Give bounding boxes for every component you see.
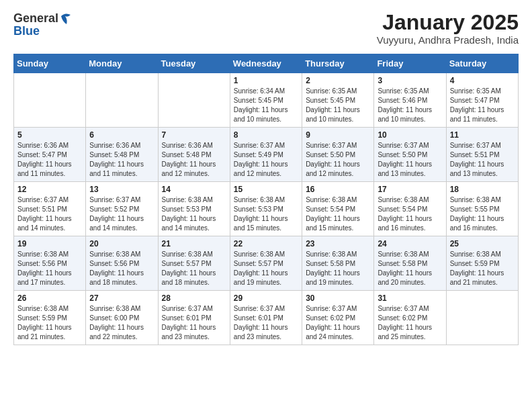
title-block: January 2025 Vuyyuru, Andhra Pradesh, In… xyxy=(377,11,519,46)
logo-general-text: General xyxy=(13,11,58,26)
day-info: Sunrise: 6:38 AM Sunset: 5:59 PM Dayligh… xyxy=(450,250,515,287)
day-info: Sunrise: 6:38 AM Sunset: 5:56 PM Dayligh… xyxy=(89,250,154,287)
day-number: 4 xyxy=(450,76,515,85)
day-number: 29 xyxy=(234,293,298,303)
calendar-cell: 18Sunrise: 6:38 AM Sunset: 5:55 PM Dayli… xyxy=(446,182,518,236)
calendar-cell: 22Sunrise: 6:38 AM Sunset: 5:57 PM Dayli… xyxy=(230,236,302,291)
day-number: 12 xyxy=(17,185,82,194)
calendar-cell: 17Sunrise: 6:38 AM Sunset: 5:54 PM Dayli… xyxy=(374,182,446,236)
day-number: 30 xyxy=(306,293,370,303)
calendar-cell: 28Sunrise: 6:37 AM Sunset: 6:01 PM Dayli… xyxy=(158,291,230,345)
calendar-cell: 30Sunrise: 6:37 AM Sunset: 6:02 PM Dayli… xyxy=(302,291,374,345)
day-info: Sunrise: 6:37 AM Sunset: 5:52 PM Dayligh… xyxy=(89,195,154,233)
col-saturday: Saturday xyxy=(446,54,518,73)
day-number: 19 xyxy=(17,239,82,248)
day-number: 3 xyxy=(378,76,442,85)
day-info: Sunrise: 6:37 AM Sunset: 5:50 PM Dayligh… xyxy=(378,141,442,179)
day-info: Sunrise: 6:37 AM Sunset: 6:02 PM Dayligh… xyxy=(306,304,370,342)
calendar-cell: 31Sunrise: 6:37 AM Sunset: 6:02 PM Dayli… xyxy=(374,291,446,345)
day-number: 5 xyxy=(17,130,82,140)
calendar-cell: 21Sunrise: 6:38 AM Sunset: 5:57 PM Dayli… xyxy=(158,236,230,291)
day-number: 1 xyxy=(234,76,298,85)
day-info: Sunrise: 6:38 AM Sunset: 5:53 PM Dayligh… xyxy=(234,195,298,233)
col-wednesday: Wednesday xyxy=(230,54,302,73)
day-info: Sunrise: 6:37 AM Sunset: 6:02 PM Dayligh… xyxy=(378,304,442,342)
day-info: Sunrise: 6:34 AM Sunset: 5:45 PM Dayligh… xyxy=(234,87,298,124)
calendar-cell xyxy=(158,73,230,128)
col-tuesday: Tuesday xyxy=(158,54,230,73)
day-info: Sunrise: 6:36 AM Sunset: 5:48 PM Dayligh… xyxy=(162,141,226,179)
day-number: 15 xyxy=(234,185,298,194)
calendar-cell: 26Sunrise: 6:38 AM Sunset: 5:59 PM Dayli… xyxy=(14,291,86,345)
day-number: 21 xyxy=(162,239,226,248)
page: General Blue January 2025 Vuyyuru, Andhr… xyxy=(0,0,532,411)
calendar-cell xyxy=(86,73,158,128)
col-sunday: Sunday xyxy=(14,54,86,73)
day-number: 25 xyxy=(450,239,515,248)
day-info: Sunrise: 6:37 AM Sunset: 6:01 PM Dayligh… xyxy=(162,304,226,342)
calendar-cell: 14Sunrise: 6:38 AM Sunset: 5:53 PM Dayli… xyxy=(158,182,230,236)
day-info: Sunrise: 6:38 AM Sunset: 5:56 PM Dayligh… xyxy=(17,250,82,287)
calendar-cell xyxy=(446,291,518,345)
calendar-cell: 13Sunrise: 6:37 AM Sunset: 5:52 PM Dayli… xyxy=(86,182,158,236)
day-info: Sunrise: 6:38 AM Sunset: 5:54 PM Dayligh… xyxy=(378,195,442,233)
day-number: 11 xyxy=(450,130,515,140)
day-number: 23 xyxy=(306,239,370,248)
calendar-cell: 2Sunrise: 6:35 AM Sunset: 5:45 PM Daylig… xyxy=(302,73,374,128)
calendar-cell: 15Sunrise: 6:38 AM Sunset: 5:53 PM Dayli… xyxy=(230,182,302,236)
calendar-cell: 27Sunrise: 6:38 AM Sunset: 6:00 PM Dayli… xyxy=(86,291,158,345)
day-number: 14 xyxy=(162,185,226,194)
day-number: 24 xyxy=(378,239,442,248)
calendar-cell: 11Sunrise: 6:37 AM Sunset: 5:51 PM Dayli… xyxy=(446,128,518,182)
day-info: Sunrise: 6:37 AM Sunset: 5:51 PM Dayligh… xyxy=(17,195,82,233)
day-number: 17 xyxy=(378,185,442,194)
day-info: Sunrise: 6:38 AM Sunset: 5:57 PM Dayligh… xyxy=(162,250,226,287)
day-number: 31 xyxy=(378,293,442,303)
day-number: 22 xyxy=(234,239,298,248)
calendar-cell: 3Sunrise: 6:35 AM Sunset: 5:46 PM Daylig… xyxy=(374,73,446,128)
day-info: Sunrise: 6:38 AM Sunset: 5:54 PM Dayligh… xyxy=(306,195,370,233)
day-number: 13 xyxy=(89,185,154,194)
col-monday: Monday xyxy=(86,54,158,73)
day-number: 26 xyxy=(17,293,82,303)
calendar-week-row: 12Sunrise: 6:37 AM Sunset: 5:51 PM Dayli… xyxy=(14,182,519,236)
day-number: 2 xyxy=(306,76,370,85)
day-number: 9 xyxy=(306,130,370,140)
calendar-cell: 20Sunrise: 6:38 AM Sunset: 5:56 PM Dayli… xyxy=(86,236,158,291)
calendar-cell: 7Sunrise: 6:36 AM Sunset: 5:48 PM Daylig… xyxy=(158,128,230,182)
logo-blue-text: Blue xyxy=(13,24,72,38)
day-number: 27 xyxy=(89,293,154,303)
calendar-cell: 29Sunrise: 6:37 AM Sunset: 6:01 PM Dayli… xyxy=(230,291,302,345)
calendar-cell: 5Sunrise: 6:36 AM Sunset: 5:47 PM Daylig… xyxy=(14,128,86,182)
day-info: Sunrise: 6:36 AM Sunset: 5:47 PM Dayligh… xyxy=(17,141,82,179)
day-info: Sunrise: 6:38 AM Sunset: 5:58 PM Dayligh… xyxy=(378,250,442,287)
calendar-cell: 12Sunrise: 6:37 AM Sunset: 5:51 PM Dayli… xyxy=(14,182,86,236)
day-number: 10 xyxy=(378,130,442,140)
calendar-cell: 24Sunrise: 6:38 AM Sunset: 5:58 PM Dayli… xyxy=(374,236,446,291)
logo-bird-icon xyxy=(60,11,72,26)
day-number: 6 xyxy=(89,130,154,140)
calendar-cell xyxy=(14,73,86,128)
day-number: 20 xyxy=(89,239,154,248)
header-row: Sunday Monday Tuesday Wednesday Thursday… xyxy=(14,54,519,73)
calendar-cell: 16Sunrise: 6:38 AM Sunset: 5:54 PM Dayli… xyxy=(302,182,374,236)
logo: General Blue xyxy=(13,11,72,38)
day-info: Sunrise: 6:38 AM Sunset: 6:00 PM Dayligh… xyxy=(89,304,154,342)
calendar-cell: 23Sunrise: 6:38 AM Sunset: 5:58 PM Dayli… xyxy=(302,236,374,291)
day-info: Sunrise: 6:37 AM Sunset: 5:51 PM Dayligh… xyxy=(450,141,515,179)
calendar-week-row: 19Sunrise: 6:38 AM Sunset: 5:56 PM Dayli… xyxy=(14,236,519,291)
calendar-table: Sunday Monday Tuesday Wednesday Thursday… xyxy=(13,54,519,345)
day-info: Sunrise: 6:38 AM Sunset: 5:53 PM Dayligh… xyxy=(162,195,226,233)
calendar-title: January 2025 xyxy=(377,11,519,34)
day-number: 28 xyxy=(162,293,226,303)
day-number: 18 xyxy=(450,185,515,194)
day-info: Sunrise: 6:35 AM Sunset: 5:47 PM Dayligh… xyxy=(450,87,515,124)
calendar-cell: 25Sunrise: 6:38 AM Sunset: 5:59 PM Dayli… xyxy=(446,236,518,291)
header: General Blue January 2025 Vuyyuru, Andhr… xyxy=(13,11,519,46)
calendar-week-row: 5Sunrise: 6:36 AM Sunset: 5:47 PM Daylig… xyxy=(14,128,519,182)
day-info: Sunrise: 6:38 AM Sunset: 5:58 PM Dayligh… xyxy=(306,250,370,287)
calendar-cell: 4Sunrise: 6:35 AM Sunset: 5:47 PM Daylig… xyxy=(446,73,518,128)
col-friday: Friday xyxy=(374,54,446,73)
day-info: Sunrise: 6:37 AM Sunset: 5:50 PM Dayligh… xyxy=(306,141,370,179)
day-info: Sunrise: 6:38 AM Sunset: 5:57 PM Dayligh… xyxy=(234,250,298,287)
